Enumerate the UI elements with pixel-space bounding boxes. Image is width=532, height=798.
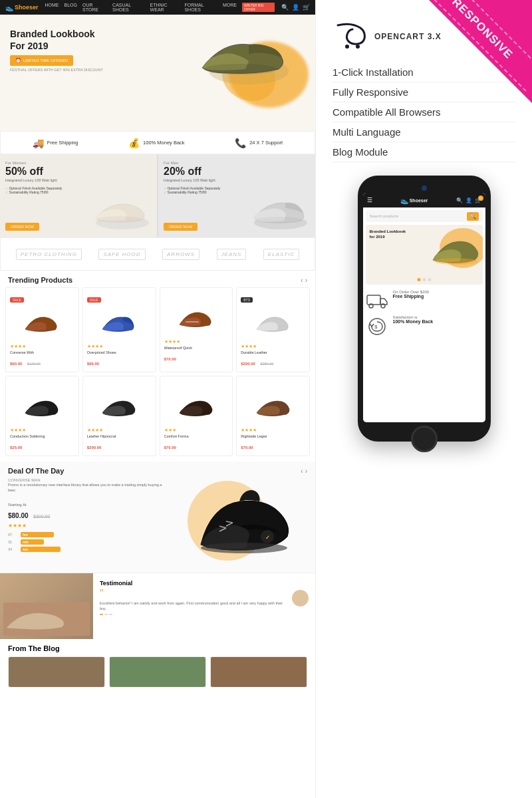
timer-bar-mins: min xyxy=(21,539,44,545)
product-img-8 xyxy=(241,388,305,425)
product-stars-2: ★★★★ xyxy=(87,344,152,349)
phone-home-button[interactable] xyxy=(411,426,438,452)
trending-title: Trending Products xyxy=(8,276,72,284)
testimonial-dot-2[interactable] xyxy=(104,614,108,615)
check-1: Optional Finish Available Separately xyxy=(5,186,62,190)
promo-women-tag: For Women xyxy=(5,161,62,165)
blog-grid xyxy=(8,656,307,688)
phone-logo-text: Shoeser xyxy=(410,198,428,203)
product-badge-3-spacer xyxy=(164,292,229,300)
product-img-1 xyxy=(10,305,74,341)
brand-safe: SAFE HOOD xyxy=(98,249,145,260)
phone-navbar: ☰ 👟 Shoeser 🔍 👤 🛒 0 xyxy=(363,193,485,207)
product-card-1[interactable]: SALE ★★★★ Converse With $60.00 $120.00 xyxy=(5,287,79,372)
nav-blog[interactable]: BLOG xyxy=(65,3,77,12)
product-card-8[interactable]: ★★★★ Rightside Legwr $70.00 xyxy=(236,376,310,456)
phone-user-icon[interactable]: 👤 xyxy=(466,198,472,203)
product-price-8: $70.00 xyxy=(241,440,305,452)
deal-prev[interactable]: ‹ xyxy=(301,467,303,475)
trending-section: Trending Products ‹ › SALE ★★★★ Converse… xyxy=(0,271,315,462)
svg-rect-13 xyxy=(367,295,380,305)
phone-menu-icon[interactable]: ☰ xyxy=(367,197,372,203)
phone-money-back-text: Satisfaction is 100% Money Back xyxy=(393,315,434,324)
product-stars-4: ★★★★ xyxy=(241,344,305,349)
product-img-2 xyxy=(87,305,152,341)
promo-men-order-btn[interactable]: ORDER NOW xyxy=(164,223,198,231)
blog-card-1[interactable] xyxy=(8,656,105,688)
phone-search-submit[interactable]: 🔍 xyxy=(467,212,479,221)
svg-text:✓: ✓ xyxy=(265,535,270,541)
deal-header: Deal Of The Day ‹ › xyxy=(8,467,307,478)
phone-features: On Order Over $200 Free Shipping $ xyxy=(363,286,485,348)
trending-next[interactable]: › xyxy=(305,277,307,284)
trending-prev[interactable]: ‹ xyxy=(301,277,303,284)
timer-bar-secs: sec xyxy=(21,547,61,552)
promo-women-order-btn[interactable]: ORDER NOW xyxy=(5,223,39,231)
testimonial-video: ▶ xyxy=(0,573,93,639)
nav-store[interactable]: OUR STORE xyxy=(82,3,107,12)
testimonial-avatar xyxy=(292,590,309,606)
product-card-3[interactable]: ★★★★ Waterproof Quick $70.00 xyxy=(160,287,233,372)
product-name-5: Conduction Soldering xyxy=(10,434,74,438)
phone-logo-icon: 👟 xyxy=(400,197,408,204)
svg-rect-6 xyxy=(186,321,199,323)
promo-men-shoe xyxy=(245,188,312,234)
phone-cart-icon[interactable]: 🛒 0 xyxy=(475,198,481,203)
testimonial-dot-3[interactable] xyxy=(109,614,112,615)
product-img-6 xyxy=(87,388,152,425)
promo-banners: For Women 50% off Integrated Luxury 100 … xyxy=(0,154,315,237)
search-icon[interactable]: 🔍 xyxy=(281,4,289,11)
product-card-2[interactable]: SALE ★★★★ Overpriced Shoes $96.00 xyxy=(82,287,156,372)
cart-icon[interactable]: 🛒 xyxy=(303,4,310,11)
product-name-3: Waterproof Quick xyxy=(164,346,229,350)
hero-section: Branded LookbookFor 2019 ⏰ LIMITED TIME … xyxy=(0,15,315,131)
product-img-7 xyxy=(164,388,229,425)
timer-secs: 34 sec xyxy=(8,547,168,552)
deal-nav: ‹ › xyxy=(301,467,307,475)
brand-petro: PETRO CLOTHING xyxy=(16,249,82,260)
deal-next[interactable]: › xyxy=(305,467,307,475)
nav-formal[interactable]: FORMAL SHOES xyxy=(184,3,217,12)
blog-card-3[interactable] xyxy=(210,656,307,688)
testimonial-dot-1[interactable] xyxy=(100,614,103,615)
product-badge-8-spacer xyxy=(241,380,305,388)
product-name-6: Leather Hipnocrat xyxy=(87,434,152,438)
timer-bar-hours: hrs xyxy=(21,532,54,537)
testimonial-nav xyxy=(100,614,309,615)
hero-shoe-image xyxy=(189,21,295,101)
navbar: 👟 Shoeser HOME BLOG OUR STORE CASUAL SHO… xyxy=(0,0,315,15)
product-card-4[interactable]: BTS ★★★★ Durable Leather $200.00 $280.00 xyxy=(236,287,310,372)
nav-ethnic[interactable]: ETHNIC WEAR xyxy=(150,3,180,12)
brand-logos: PETRO CLOTHING SAFE HOOD ARROWS JEANS EL… xyxy=(0,237,315,271)
user-icon[interactable]: 👤 xyxy=(292,4,299,11)
dot-2[interactable] xyxy=(422,278,426,281)
clock-icon: ⏰ xyxy=(15,58,21,63)
product-card-7[interactable]: ★★★ Comfort Forma $70.00 xyxy=(160,376,233,456)
deal-starting-label: Starting At xyxy=(8,503,27,507)
testimonial-title: Testimonial xyxy=(100,580,309,587)
product-badge-5-spacer xyxy=(10,380,74,388)
blog-card-2[interactable] xyxy=(109,656,206,688)
testimonial-shoe-preview xyxy=(3,602,90,636)
phone-search-icon[interactable]: 🔍 xyxy=(456,198,463,203)
product-card-5[interactable]: ★★★★ Conduction Soldering $25.00 xyxy=(5,376,79,456)
promo-women-shoe xyxy=(87,188,154,234)
brand-arrows: ARROWS xyxy=(162,249,200,260)
phone-hero-shoe xyxy=(430,228,483,271)
nav-home[interactable]: HOME xyxy=(45,3,59,12)
product-card-6[interactable]: ★★★★ Leather Hipnocrat $200.00 xyxy=(82,376,156,456)
right-panel: RESPONSIVE OPENCART 3.X 1-Click Installa… xyxy=(316,0,532,798)
blog-img-2 xyxy=(110,657,205,687)
deal-price: $80.00 xyxy=(8,512,29,519)
product-name-7: Comfort Forma xyxy=(164,434,229,438)
dot-1[interactable] xyxy=(417,278,420,281)
product-stars-6: ★★★★ xyxy=(87,428,152,433)
testimonial-content: Testimonial " Excellent behavior! I am s… xyxy=(93,573,315,639)
dot-3[interactable] xyxy=(428,278,431,281)
hero-cta-button[interactable]: ⏰ LIMITED TIME OFFERS! xyxy=(10,55,73,66)
check-3: Optional Finish Available Separately xyxy=(164,186,220,190)
nav-more[interactable]: MORE xyxy=(223,3,237,12)
nav-casual[interactable]: CASUAL SHOES xyxy=(112,3,145,12)
deal-shoe-area: ✓ xyxy=(174,478,307,567)
feature-money-back: 💰 100% Money Back xyxy=(128,138,185,148)
